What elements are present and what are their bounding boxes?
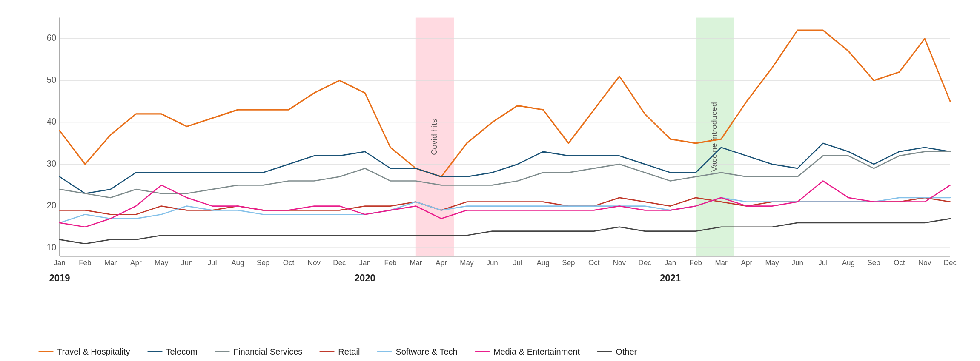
legend-label: Retail	[338, 347, 360, 357]
svg-text:May: May	[765, 259, 779, 267]
chart-container: Covid hitsVaccine introduced102030405060…	[0, 0, 980, 361]
svg-text:Mar: Mar	[104, 259, 117, 267]
svg-text:40: 40	[47, 117, 56, 127]
legend-item-financial-services: Financial Services	[215, 347, 302, 357]
legend-label: Other	[616, 347, 637, 357]
legend-line-icon	[475, 351, 490, 352]
svg-rect-0	[38, 9, 963, 293]
svg-text:Jun: Jun	[792, 259, 803, 267]
svg-text:Feb: Feb	[384, 259, 396, 267]
svg-text:60: 60	[47, 33, 56, 43]
legend-line-icon	[377, 351, 392, 352]
legend-item-other: Other	[597, 347, 637, 357]
legend-line-icon	[215, 351, 230, 352]
svg-text:Apr: Apr	[130, 259, 142, 267]
svg-text:Nov: Nov	[308, 259, 321, 267]
chart-svg: Covid hitsVaccine introduced102030405060…	[38, 9, 963, 293]
svg-text:Mar: Mar	[410, 259, 422, 267]
svg-text:Aug: Aug	[537, 259, 550, 267]
svg-text:May: May	[155, 259, 168, 267]
legend-item-retail: Retail	[319, 347, 360, 357]
svg-text:Apr: Apr	[436, 259, 447, 267]
svg-text:Dec: Dec	[333, 259, 346, 267]
svg-text:Jul: Jul	[513, 259, 522, 267]
svg-text:Jan: Jan	[54, 259, 65, 267]
svg-text:Nov: Nov	[918, 259, 931, 267]
svg-text:Dec: Dec	[944, 259, 957, 267]
legend-item-travel-&-hospitality: Travel & Hospitality	[38, 347, 130, 357]
svg-text:Mar: Mar	[715, 259, 727, 267]
svg-text:Vaccine introduced: Vaccine introduced	[710, 102, 719, 172]
legend-line-icon	[597, 351, 612, 352]
svg-text:Apr: Apr	[741, 259, 753, 267]
svg-text:May: May	[460, 259, 473, 267]
legend-label: Media & Entertainment	[493, 347, 580, 357]
legend-item-software-&-tech: Software & Tech	[377, 347, 457, 357]
legend-label: Financial Services	[233, 347, 302, 357]
svg-text:Feb: Feb	[79, 259, 91, 267]
svg-text:Oct: Oct	[894, 259, 905, 267]
legend-line-icon	[147, 351, 163, 352]
legend-item-telecom: Telecom	[147, 347, 198, 357]
svg-text:50: 50	[47, 74, 56, 85]
svg-text:Jun: Jun	[181, 259, 192, 267]
svg-text:Sep: Sep	[257, 259, 269, 267]
chart-legend: Travel & HospitalityTelecomFinancial Ser…	[38, 347, 963, 357]
svg-text:Oct: Oct	[588, 259, 600, 267]
svg-text:Sep: Sep	[868, 259, 880, 267]
svg-text:Jun: Jun	[486, 259, 498, 267]
svg-text:Dec: Dec	[639, 259, 651, 267]
svg-text:Covid hits: Covid hits	[430, 119, 438, 155]
legend-label: Travel & Hospitality	[57, 347, 130, 357]
svg-text:2021: 2021	[660, 272, 681, 284]
svg-text:Jul: Jul	[208, 259, 217, 267]
legend-label: Software & Tech	[395, 347, 457, 357]
svg-text:Jan: Jan	[359, 259, 371, 267]
legend-line-icon	[319, 351, 335, 352]
svg-text:Aug: Aug	[842, 259, 855, 267]
svg-text:2019: 2019	[49, 272, 70, 284]
svg-text:30: 30	[47, 158, 56, 168]
legend-line-icon	[38, 351, 54, 352]
svg-text:Sep: Sep	[562, 259, 575, 267]
svg-text:20: 20	[47, 200, 56, 210]
legend-label: Telecom	[166, 347, 198, 357]
svg-text:Nov: Nov	[613, 259, 626, 267]
svg-text:Jan: Jan	[665, 259, 676, 267]
legend-item-media-&-entertainment: Media & Entertainment	[475, 347, 580, 357]
svg-text:Jul: Jul	[818, 259, 828, 267]
svg-text:2020: 2020	[355, 272, 375, 284]
svg-text:10: 10	[47, 242, 56, 252]
svg-text:Oct: Oct	[283, 259, 295, 267]
svg-text:Aug: Aug	[231, 259, 244, 267]
svg-text:Feb: Feb	[690, 259, 702, 267]
